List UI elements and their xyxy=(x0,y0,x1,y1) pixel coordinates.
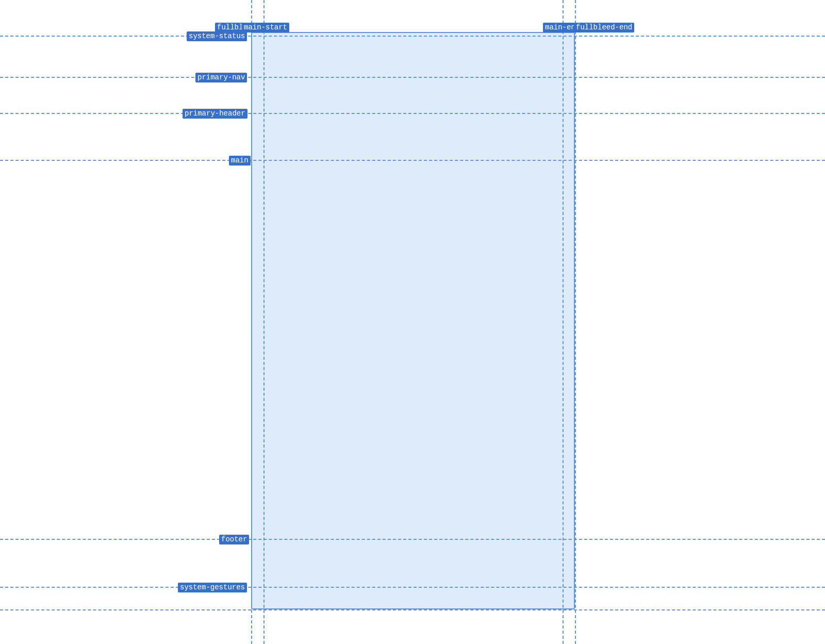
row-line-footer xyxy=(0,539,825,540)
row-line-main xyxy=(0,160,825,161)
row-label-primary-nav: primary-nav xyxy=(195,73,247,82)
row-label-system-status: system-status xyxy=(187,31,247,41)
grid-diagram-canvas: fullbleed-start main-start main-end full… xyxy=(0,0,825,644)
row-line-bottom xyxy=(0,609,825,610)
column-line-main-end xyxy=(563,0,564,644)
row-line-system-gestures xyxy=(0,587,825,588)
row-label-system-gestures: system-gestures xyxy=(178,583,247,592)
row-line-system-status xyxy=(0,36,825,37)
column-label-fullbleed-end: fullbleed-end xyxy=(574,23,634,32)
row-line-primary-header xyxy=(0,113,825,114)
row-label-footer: footer xyxy=(219,535,249,544)
column-line-fullbleed-end xyxy=(575,0,576,644)
layout-container-rect xyxy=(251,32,575,609)
column-line-main-start xyxy=(263,0,265,644)
row-line-primary-nav xyxy=(0,77,825,78)
row-label-primary-header: primary-header xyxy=(183,109,248,119)
column-label-main-start: main-start xyxy=(242,23,289,32)
row-label-main: main xyxy=(229,156,251,166)
column-line-fullbleed-start xyxy=(251,0,252,644)
